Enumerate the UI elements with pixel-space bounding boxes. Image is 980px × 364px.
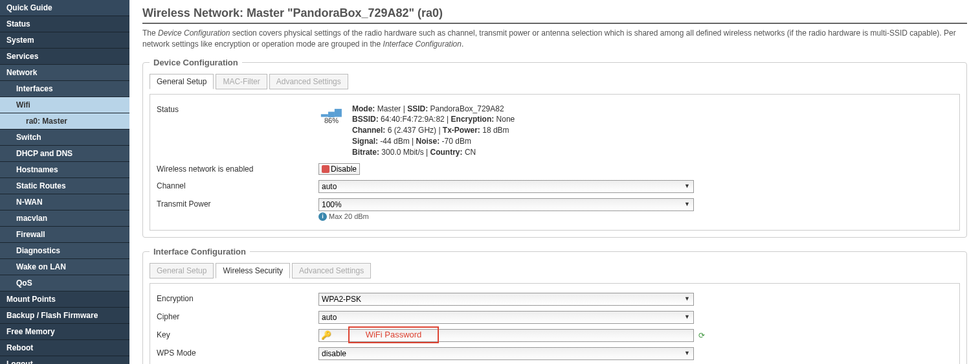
status-label: Status: [157, 104, 318, 114]
cipher-select[interactable]: auto: [318, 311, 694, 324]
status-info: Mode: Master | SSID: PandoraBox_729A82 B…: [352, 104, 515, 158]
device-tabs: General Setup MAC-Filter Advanced Settin…: [150, 74, 960, 89]
key-label: Key: [157, 329, 318, 339]
device-tab-content: Status ▂▄▆ 86% Mode: Master | SSID: Pand…: [150, 94, 960, 231]
sidebar-item-ra0-master[interactable]: ra0: Master: [0, 113, 129, 130]
sidebar-item-status[interactable]: Status: [0, 16, 129, 32]
wps-label: WPS Mode: [157, 347, 318, 358]
sidebar-item-free-memory[interactable]: Free Memory: [0, 324, 129, 340]
main-content: Wireless Network: Master "PandoraBox_729…: [129, 0, 980, 364]
tab-iface-general[interactable]: General Setup: [150, 263, 214, 279]
txpower-hint: iMax 20 dBm: [318, 212, 953, 221]
sidebar-item-qos[interactable]: QoS: [0, 275, 129, 291]
enabled-label: Wireless network is enabled: [157, 163, 318, 174]
sidebar-item-hostnames[interactable]: Hostnames: [0, 162, 129, 178]
disable-button[interactable]: Disable: [318, 163, 360, 175]
channel-label: Channel: [157, 180, 318, 190]
channel-select[interactable]: auto: [318, 180, 694, 193]
device-config-fieldset: Device Configuration General Setup MAC-F…: [142, 58, 967, 238]
interface-tab-content: Encryption WPA2-PSK Cipher auto Key 🔑 Wi…: [150, 283, 960, 364]
sidebar-item-macvlan[interactable]: macvlan: [0, 210, 129, 227]
txpower-label: Transmit Power: [157, 198, 318, 209]
key-input[interactable]: [318, 329, 694, 342]
sidebar-item-wake-on-lan[interactable]: Wake on LAN: [0, 259, 129, 275]
sidebar-item-static-routes[interactable]: Static Routes: [0, 178, 129, 194]
page-description: The Device Configuration section covers …: [142, 28, 967, 50]
encryption-select[interactable]: WPA2-PSK: [318, 293, 694, 306]
disable-icon: [322, 165, 329, 173]
sidebar-item-n-wan[interactable]: N-WAN: [0, 194, 129, 210]
tab-iface-advanced[interactable]: Advanced Settings: [292, 263, 371, 279]
interface-tabs: General Setup Wireless Security Advanced…: [150, 263, 960, 279]
encryption-label: Encryption: [157, 293, 318, 303]
sidebar-item-services[interactable]: Services: [0, 49, 129, 65]
sidebar-item-diagnostics[interactable]: Diagnostics: [0, 243, 129, 259]
page-title: Wireless Network: Master "PandoraBox_729…: [142, 6, 967, 24]
signal-indicator: ▂▄▆ 86%: [318, 104, 344, 158]
wps-select[interactable]: disable: [318, 347, 694, 360]
signal-icon: ▂▄▆: [318, 106, 344, 117]
txpower-select[interactable]: 100%: [318, 198, 694, 211]
sidebar-item-quick-guide[interactable]: Quick Guide: [0, 0, 129, 16]
sidebar-item-dhcp-and-dns[interactable]: DHCP and DNS: [0, 146, 129, 162]
tab-general-setup[interactable]: General Setup: [150, 74, 214, 89]
interface-config-legend: Interface Configuration: [150, 247, 250, 256]
device-config-legend: Device Configuration: [150, 58, 242, 67]
sidebar-item-backup-flash-firmware[interactable]: Backup / Flash Firmware: [0, 308, 129, 324]
signal-percent: 86%: [318, 117, 344, 124]
refresh-icon[interactable]: ⟳: [698, 331, 705, 340]
sidebar: Quick GuideStatusSystemServicesNetworkIn…: [0, 0, 129, 364]
sidebar-item-mount-points[interactable]: Mount Points: [0, 291, 129, 308]
info-icon: i: [318, 212, 327, 221]
tab-wireless-security[interactable]: Wireless Security: [216, 263, 290, 279]
key-icon: 🔑: [321, 330, 331, 340]
sidebar-item-network[interactable]: Network: [0, 65, 129, 81]
sidebar-item-switch[interactable]: Switch: [0, 130, 129, 146]
sidebar-item-wifi[interactable]: Wifi: [0, 97, 129, 113]
sidebar-item-logout[interactable]: Logout: [0, 356, 129, 364]
sidebar-item-firewall[interactable]: Firewall: [0, 227, 129, 243]
tab-mac-filter[interactable]: MAC-Filter: [216, 74, 267, 89]
tab-advanced-settings[interactable]: Advanced Settings: [269, 74, 348, 89]
sidebar-item-reboot[interactable]: Reboot: [0, 340, 129, 356]
sidebar-item-system[interactable]: System: [0, 32, 129, 49]
cipher-label: Cipher: [157, 311, 318, 321]
interface-config-fieldset: Interface Configuration General Setup Wi…: [142, 247, 967, 364]
sidebar-item-interfaces[interactable]: Interfaces: [0, 81, 129, 97]
